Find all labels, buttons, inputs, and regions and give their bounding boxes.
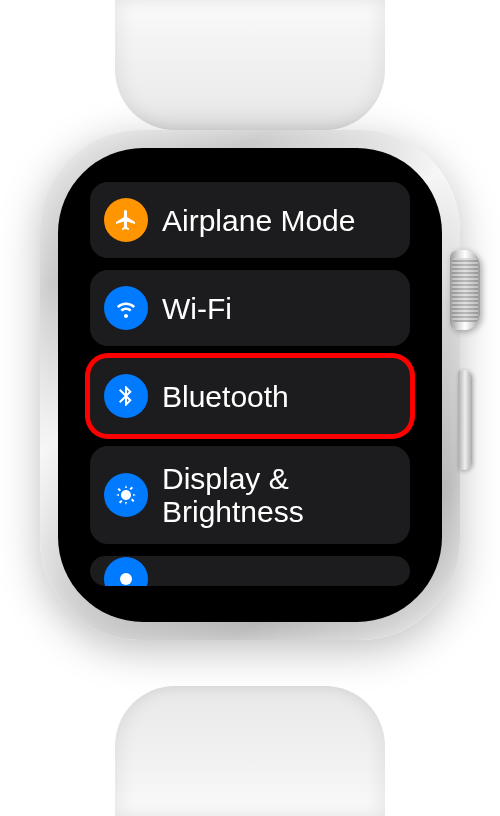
list-item-label: Display & Brightness: [162, 462, 396, 528]
side-button[interactable]: [458, 370, 472, 470]
list-item-partial[interactable]: [90, 556, 410, 586]
watch-case: Settings 5:38 Airplane Mode Wi-Fi: [40, 130, 460, 640]
list-item-wifi[interactable]: Wi-Fi: [90, 270, 410, 346]
wifi-icon: [104, 286, 148, 330]
screen: Settings 5:38 Airplane Mode Wi-Fi: [76, 166, 424, 604]
watch-band-bottom: [115, 686, 385, 816]
watch-bezel: Settings 5:38 Airplane Mode Wi-Fi: [58, 148, 442, 622]
list-item-airplane-mode[interactable]: Airplane Mode: [90, 182, 410, 258]
digital-crown[interactable]: [450, 250, 480, 330]
bluetooth-icon: [104, 374, 148, 418]
brightness-icon: [104, 473, 148, 517]
list-item-display-brightness[interactable]: Display & Brightness: [90, 446, 410, 544]
settings-list[interactable]: Airplane Mode Wi-Fi Bluetooth: [76, 182, 424, 586]
airplane-icon: [104, 198, 148, 242]
list-item-label: Wi-Fi: [162, 292, 232, 325]
list-item-label: Airplane Mode: [162, 204, 355, 237]
watch-band-top: [115, 0, 385, 130]
svg-point-0: [120, 573, 132, 585]
list-item-bluetooth[interactable]: Bluetooth: [90, 358, 410, 434]
list-item-label: Bluetooth: [162, 380, 289, 413]
generic-icon: [104, 557, 148, 586]
